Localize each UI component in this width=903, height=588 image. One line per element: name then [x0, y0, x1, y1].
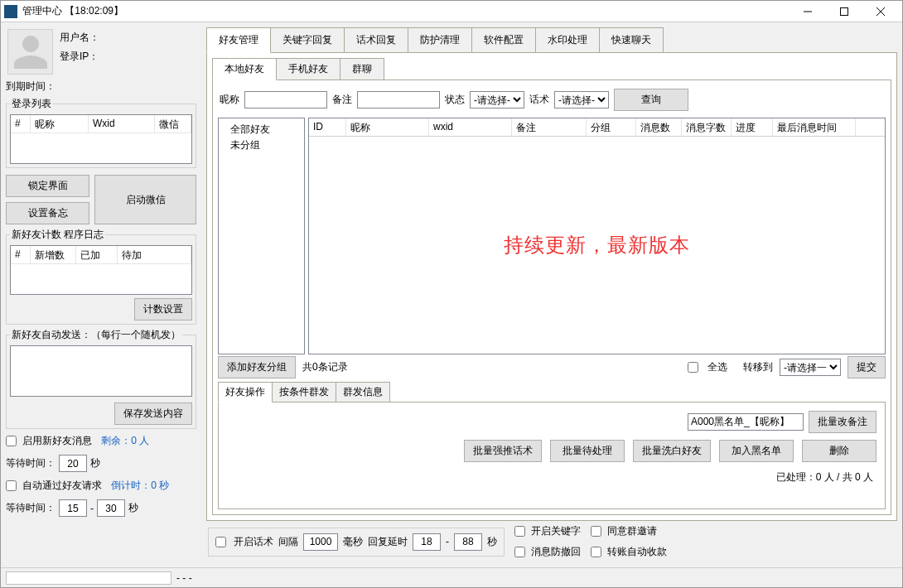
wait2a-input[interactable] — [59, 499, 87, 517]
recall-checkbox[interactable] — [514, 547, 525, 557]
counter-group: 新好友计数 程序日志 # 新增数 已加 待加 计数设置 — [6, 228, 196, 325]
counter-table[interactable]: # 新增数 已加 待加 — [10, 245, 192, 295]
gcol-7: 进度 — [732, 118, 773, 136]
delay-a-input[interactable] — [413, 533, 441, 551]
interval-input[interactable] — [303, 533, 338, 551]
main-tabs: 好友管理 关键字回复 话术回复 防护清理 软件配置 水印处理 快速聊天 — [206, 27, 897, 52]
main-area: 好友管理 关键字回复 话术回复 防护清理 软件配置 水印处理 快速聊天 本地好友… — [201, 22, 902, 567]
group-invite-checkbox[interactable] — [591, 526, 601, 537]
auto-accept-checkbox[interactable] — [6, 480, 17, 491]
login-ip-label: 登录IP： — [60, 50, 99, 64]
expire-label: 到期时间： — [6, 80, 196, 94]
window-title: 管理中心 【18:02:09】 — [22, 4, 790, 18]
ccol-added: 已加 — [76, 246, 118, 263]
keyword-checkbox[interactable] — [514, 526, 525, 537]
watermark-text: 持续更新，最新版本 — [504, 232, 690, 258]
select-all-checkbox[interactable] — [688, 362, 698, 373]
col-wxid: Wxid — [89, 115, 155, 133]
subtab-local[interactable]: 本地好友 — [212, 58, 277, 80]
wait2-label: 等待时间： — [6, 501, 56, 515]
move-to-label: 转移到 — [743, 360, 773, 374]
start-wechat-button[interactable]: 启动微信 — [94, 175, 196, 224]
minimize-button[interactable] — [790, 1, 826, 22]
username-label: 用户名： — [60, 31, 99, 45]
transfer-checkbox[interactable] — [591, 547, 601, 557]
main-tab-body: 本地好友 手机好友 群聊 昵称 备注 状态 -请选择- 话术 -请选择- 查询 — [206, 52, 897, 521]
select-all-label: 全选 — [707, 360, 727, 374]
auto-accept-label: 自动通过好友请求 — [22, 479, 102, 493]
add-group-button[interactable]: 添加好友分组 — [218, 356, 296, 378]
ccol-pending: 待加 — [118, 246, 191, 263]
enable-new-msg-checkbox[interactable] — [6, 436, 17, 446]
batch-whitelist-button[interactable]: 批量洗白好友 — [633, 440, 711, 462]
tab-keyword-reply[interactable]: 关键字回复 — [270, 27, 345, 52]
interval-label: 间隔 — [278, 535, 298, 549]
optab-cond-mass[interactable]: 按条件群发 — [272, 382, 336, 402]
col-wechat: 微信 — [155, 115, 191, 133]
subtab-group[interactable]: 群聊 — [340, 58, 384, 80]
wait-label: 等待时间： — [6, 456, 56, 470]
maximize-button[interactable] — [826, 1, 862, 22]
move-to-select[interactable]: -请选择一 — [780, 359, 841, 376]
subtab-phone[interactable]: 手机好友 — [276, 58, 340, 80]
batch-pending-button[interactable]: 批量待处理 — [550, 440, 625, 462]
nickname-input[interactable] — [244, 91, 327, 108]
delay-b-input[interactable] — [454, 533, 482, 551]
ccol-new: 新增数 — [31, 246, 76, 263]
log-tab-label[interactable]: 程序日志 — [64, 229, 104, 240]
wait-input[interactable] — [59, 455, 87, 472]
counter-settings-button[interactable]: 计数设置 — [134, 298, 192, 321]
delete-button[interactable]: 删除 — [802, 440, 876, 462]
tree-ungrouped[interactable]: 未分组 — [222, 137, 301, 153]
nickname-label: 昵称 — [220, 93, 239, 107]
footer-script-group: 开启话术 间隔 毫秒 回复延时 - 秒 — [208, 528, 505, 557]
batch-push-script-button[interactable]: 批量强推话术 — [464, 440, 542, 462]
set-memo-button[interactable]: 设置备忘 — [6, 202, 89, 224]
friends-table[interactable]: ID昵称wxid备注分组消息数消息字数进度最后消息时间 持续更新，最新版本 — [308, 118, 886, 354]
status-select[interactable]: -请选择- — [470, 91, 524, 108]
optab-friend-ops[interactable]: 好友操作 — [218, 382, 273, 402]
countdown-label: 倒计时：0 秒 — [111, 479, 169, 493]
gcol-3: 备注 — [512, 118, 587, 136]
enable-script-checkbox[interactable] — [215, 537, 226, 547]
batch-remark-button[interactable]: 批量改备注 — [809, 411, 876, 433]
status-label: 状态 — [445, 93, 465, 107]
ccol-idx: # — [11, 246, 31, 263]
reply-delay-label: 回复延时 — [368, 535, 408, 549]
tab-watermark[interactable]: 水印处理 — [535, 27, 600, 52]
autosend-textarea[interactable] — [10, 345, 192, 397]
submit-button[interactable]: 提交 — [847, 356, 886, 378]
script-select[interactable]: -请选择- — [554, 91, 609, 108]
sidebar: 用户名： 登录IP： 到期时间： 登录列表 # 昵称 Wxid 微信 — [1, 22, 201, 567]
tab-script-reply[interactable]: 话术回复 — [344, 27, 408, 52]
col-idx: # — [11, 115, 31, 133]
keyword-label: 开启关键字 — [531, 524, 581, 538]
tree-all[interactable]: 全部好友 — [222, 122, 301, 137]
remark-template-input[interactable] — [688, 413, 804, 431]
enable-new-msg-label: 启用新好友消息 — [22, 434, 92, 448]
app-icon — [4, 5, 17, 18]
enable-script-label: 开启话术 — [234, 535, 273, 549]
login-list-table[interactable]: # 昵称 Wxid 微信 — [10, 114, 192, 164]
wait2b-input[interactable] — [97, 499, 125, 517]
col-nickname: 昵称 — [31, 115, 89, 133]
lock-ui-button[interactable]: 锁定界面 — [6, 175, 89, 197]
optab-mass-info[interactable]: 群发信息 — [336, 382, 390, 402]
recall-label: 消息防撤回 — [531, 545, 581, 559]
save-content-button[interactable]: 保存发送内容 — [114, 402, 192, 425]
close-button[interactable] — [862, 1, 899, 22]
add-blacklist-button[interactable]: 加入黑名单 — [719, 440, 794, 462]
counter-legend: 新好友计数 — [12, 229, 61, 240]
query-button[interactable]: 查询 — [614, 89, 688, 111]
tab-protect-clean[interactable]: 防护清理 — [408, 27, 472, 52]
group-tree[interactable]: 全部好友 未分组 — [218, 118, 305, 354]
remark-input[interactable] — [357, 91, 440, 108]
tab-friends[interactable]: 好友管理 — [206, 27, 271, 53]
tab-software-config[interactable]: 软件配置 — [471, 27, 536, 52]
tab-quick-chat[interactable]: 快速聊天 — [599, 27, 664, 52]
status-progress — [6, 571, 171, 585]
gcol-1: 昵称 — [346, 118, 429, 136]
record-count: 共0条记录 — [302, 360, 348, 374]
app-window: 管理中心 【18:02:09】 用户名： 登录IP： 到期时间： 登录列表 — [0, 0, 903, 588]
autosend-group: 新好友自动发送：（每行一个随机发） 保存发送内容 — [6, 328, 196, 429]
